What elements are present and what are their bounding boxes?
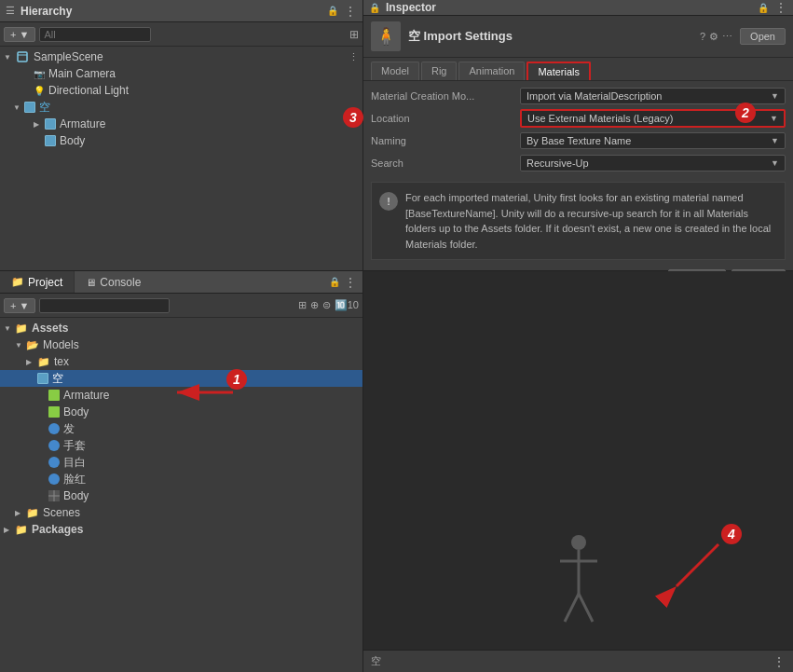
bottom-label: 空 (371, 654, 381, 668)
folder-arrow-icon: ▼ (4, 324, 15, 333)
list-item-label: 脸红 (63, 472, 86, 487)
naming-label: Naming (371, 135, 520, 146)
help-icon: ? (700, 31, 705, 42)
tree-arrow: ▼ (13, 103, 24, 112)
list-item-label: Packages (32, 523, 83, 536)
tree-item-label: Main Camera (48, 67, 116, 80)
project-menu-icon[interactable]: ⋮ (344, 275, 357, 290)
sphere-icon (48, 423, 60, 434)
project-tab[interactable]: 📁 Project (0, 271, 75, 293)
cube-icon (45, 135, 56, 146)
bottom-inspector-area: 4 空 ⋮ (363, 271, 793, 672)
location-dropdown[interactable]: Use External Materials (Legacy) ▼ (520, 109, 786, 128)
project-panel: 📁 Project 🖥 Console 🔒 ⋮ + ▼ ⊞ ⊕ ⊜ (0, 271, 363, 672)
inspector-header: 🔒 Inspector 🔒 ⋮ (363, 0, 793, 16)
list-item[interactable]: 空 (0, 370, 362, 387)
hierarchy-add-button[interactable]: + ▼ (4, 27, 35, 42)
hierarchy-menu-icon[interactable]: ⋮ (344, 4, 357, 19)
location-label: Location (371, 113, 520, 124)
tree-arrow: ▼ (4, 53, 15, 62)
inspector-tabs: Model Rig Animation Materials 2 (363, 58, 793, 81)
cube-icon (24, 102, 35, 113)
list-item[interactable]: ▶ 📁 Packages (0, 521, 362, 538)
location-row: Location Use External Materials (Legacy)… (371, 109, 786, 128)
camera-icon: 📷 (34, 69, 45, 79)
list-item[interactable]: 目白 (0, 454, 362, 471)
project-lock-icon: 🔒 (329, 277, 340, 287)
list-item-label: Body (63, 489, 89, 502)
3d-preview: 4 (363, 271, 793, 650)
hierarchy-toolbar: + ▼ ⊞ (0, 22, 362, 47)
naming-dropdown[interactable]: By Base Texture Name ▼ (520, 132, 786, 149)
list-item-label: Models (43, 338, 79, 351)
bottom-inspector-bar: 空 ⋮ (363, 650, 793, 672)
tab-model[interactable]: Model (371, 62, 419, 80)
material-creation-label: Material Creation Mo... (371, 90, 520, 102)
tab-materials[interactable]: Materials (526, 62, 591, 80)
list-item[interactable]: ▼ 📁 Assets (0, 320, 362, 336)
tree-item[interactable]: 📷 Main Camera (0, 65, 362, 82)
project-add-button[interactable]: + ▼ (4, 298, 35, 313)
list-item[interactable]: ▶ 📁 Scenes (0, 504, 362, 521)
search-label: Search (371, 158, 520, 169)
project-search-input[interactable] (39, 298, 170, 313)
svg-line-13 (677, 544, 718, 586)
sphere-icon (48, 457, 60, 468)
bottom-menu-icon[interactable]: ⋮ (772, 654, 786, 669)
list-item-label: Assets (32, 322, 68, 335)
tree-arrow: ▶ (34, 120, 45, 129)
badge-arrow-4: 4 (663, 535, 737, 612)
folder-arrow-icon: ▼ (15, 341, 26, 350)
search-dropdown[interactable]: Recursive-Up ▼ (520, 155, 786, 171)
list-item-label: 发 (63, 421, 75, 437)
import-settings-header: 🧍 空 Import Settings ? ⚙ ⋯ Open (363, 16, 793, 58)
location-dropdown-arrow-icon: ▼ (770, 114, 778, 123)
list-item[interactable]: Armature (0, 387, 362, 404)
list-item[interactable]: 手套 (0, 437, 362, 454)
folder-arrow-icon: ▶ (15, 509, 26, 517)
inspector-title: Inspector (386, 1, 436, 14)
tree-item-label: Armature (60, 117, 105, 130)
hierarchy-search-input[interactable] (39, 27, 151, 42)
list-item[interactable]: ▼ 📂 Models (0, 336, 362, 353)
tab-animation[interactable]: Animation (458, 62, 525, 80)
console-tab-label: Console (100, 276, 141, 289)
list-item[interactable]: 脸红 (0, 471, 362, 487)
tab-rig[interactable]: Rig (421, 62, 458, 80)
naming-dropdown-arrow-icon: ▼ (771, 136, 779, 145)
list-item[interactable]: Body (0, 404, 362, 420)
count-label: 🔟10 (335, 299, 359, 311)
info-box: ! For each imported material, Unity firs… (371, 182, 786, 260)
tree-item[interactable]: 💡 Directional Light (0, 82, 362, 99)
packages-folder-icon: 📁 (15, 524, 28, 536)
tree-item-label: 空 (39, 100, 50, 116)
tree-item[interactable]: Body (0, 132, 362, 149)
inspector-menu-icon[interactable]: ⋮ (774, 0, 787, 15)
tree-item-label: SampleScene (34, 50, 103, 63)
material-creation-dropdown[interactable]: Import via MaterialDescription ▼ (520, 88, 786, 104)
list-item-label: Scenes (43, 506, 80, 519)
tree-item[interactable]: ▶ Armature (0, 116, 362, 132)
list-item[interactable]: Body (0, 487, 362, 504)
scene-menu-icon[interactable]: ⋮ (349, 51, 359, 63)
project-tabs-header: 📁 Project 🖥 Console 🔒 ⋮ (0, 271, 362, 294)
console-tab[interactable]: 🖥 Console (75, 271, 152, 293)
cube-icon (45, 118, 56, 130)
list-item-label: 目白 (63, 455, 86, 471)
tree-item[interactable]: ▼ 空 (0, 99, 362, 116)
open-button[interactable]: Open (740, 28, 786, 45)
sphere-icon (48, 473, 60, 485)
project-tab-label: Project (28, 276, 62, 289)
list-item[interactable]: ▶ 📁 tex (0, 353, 362, 370)
info-icon: ! (379, 192, 398, 211)
project-toolbar: + ▼ ⊞ ⊕ ⊜ 🔟10 (0, 294, 362, 318)
folder-icon: 📁 (37, 356, 50, 368)
tree-item[interactable]: ▼ SampleScene ⋮ (0, 48, 362, 65)
sphere-icon (48, 440, 60, 451)
folder-open-icon: 📂 (26, 339, 39, 351)
list-item[interactable]: 发 (0, 420, 362, 437)
folder-arrow-icon: ▶ (4, 526, 15, 534)
hierarchy-view-icon[interactable]: ⊞ (349, 28, 359, 41)
dropdown-arrow-icon: ▼ (771, 91, 779, 101)
model-preview-svg (541, 528, 616, 640)
